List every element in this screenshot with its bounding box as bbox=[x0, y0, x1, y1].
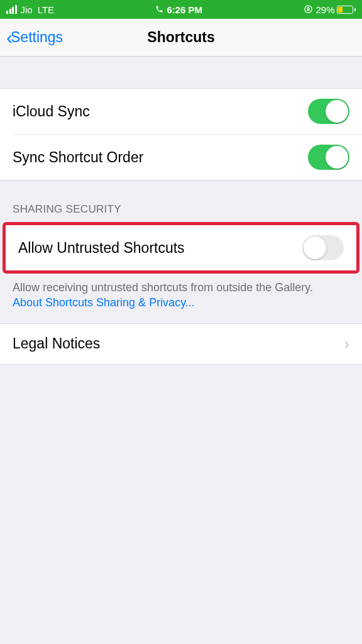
status-right: 29% bbox=[304, 4, 356, 15]
back-label: Settings bbox=[11, 29, 63, 46]
status-center: 6:26 PM bbox=[155, 4, 202, 15]
svg-rect-1 bbox=[307, 9, 310, 11]
legal-notices-row[interactable]: Legal Notices › bbox=[0, 324, 362, 364]
sync-order-label: Sync Shortcut Order bbox=[13, 149, 143, 166]
allow-untrusted-label: Allow Untrusted Shortcuts bbox=[18, 240, 185, 257]
rotation-lock-icon bbox=[304, 4, 313, 16]
sharing-security-footer: Allow receiving untrusted shortcuts from… bbox=[0, 274, 362, 323]
sync-order-toggle[interactable] bbox=[308, 145, 349, 170]
allow-untrusted-toggle[interactable] bbox=[302, 235, 344, 260]
legal-section: Legal Notices › bbox=[0, 323, 362, 365]
sync-order-row: Sync Shortcut Order bbox=[13, 134, 362, 180]
sharing-security-header: Sharing Security bbox=[0, 197, 362, 222]
legal-notices-label: Legal Notices bbox=[13, 335, 100, 352]
about-sharing-privacy-link[interactable]: About Shortcuts Sharing & Privacy... bbox=[13, 296, 195, 309]
back-button[interactable]: ‹ Settings bbox=[6, 28, 63, 47]
status-left: Jio LTE bbox=[6, 4, 54, 15]
nav-bar: ‹ Settings Shortcuts bbox=[0, 19, 362, 57]
icloud-sync-label: iCloud Sync bbox=[13, 103, 90, 120]
icloud-sync-toggle[interactable] bbox=[308, 99, 349, 124]
network-label: LTE bbox=[38, 4, 54, 15]
phone-icon bbox=[155, 4, 163, 15]
carrier-label: Jio bbox=[21, 4, 33, 15]
chevron-right-icon: › bbox=[344, 334, 349, 353]
footer-text: Allow receiving untrusted shortcuts from… bbox=[13, 281, 313, 294]
battery-pct-label: 29% bbox=[315, 4, 334, 15]
battery-icon bbox=[337, 6, 356, 14]
allow-untrusted-row: Allow Untrusted Shortcuts bbox=[6, 225, 356, 270]
highlight-annotation: Allow Untrusted Shortcuts bbox=[3, 222, 359, 274]
status-bar: Jio LTE 6:26 PM 29% bbox=[0, 0, 362, 19]
signal-icon bbox=[6, 5, 17, 14]
sync-section: iCloud Sync Sync Shortcut Order bbox=[0, 88, 362, 180]
icloud-sync-row: iCloud Sync bbox=[0, 89, 362, 134]
time-label: 6:26 PM bbox=[167, 4, 202, 15]
allow-untrusted-section: Allow Untrusted Shortcuts bbox=[6, 225, 356, 270]
